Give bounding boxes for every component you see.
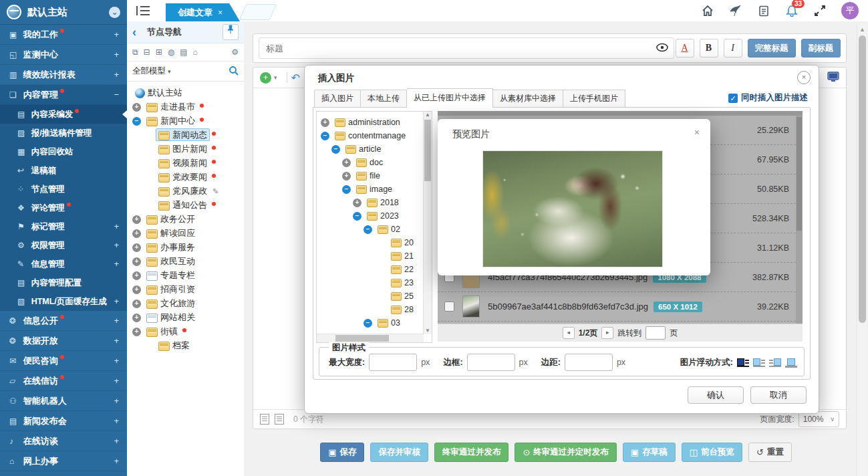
tab-create-article[interactable]: 创建文章×	[166, 3, 240, 21]
tree-expander[interactable]: +	[132, 285, 141, 294]
jump-page-input[interactable]	[645, 326, 666, 340]
tree-node[interactable]: +政民互动✎	[132, 254, 244, 268]
sidebar-item[interactable]: ✎ 信息管理 +	[0, 255, 127, 273]
tree-expander[interactable]: +	[132, 229, 141, 238]
tree-expander[interactable]: −	[353, 212, 361, 221]
border-input[interactable]	[467, 354, 515, 371]
tree-expander[interactable]	[377, 265, 386, 274]
tree-node[interactable]: +网站相关✎	[132, 310, 244, 324]
tree-expander[interactable]	[144, 131, 153, 140]
float-right-icon[interactable]	[769, 358, 781, 368]
folder-tree-node[interactable]: 23	[318, 276, 430, 289]
folder-tree-node[interactable]: −image	[318, 183, 430, 196]
tree-expander[interactable]	[377, 306, 386, 314]
footer-action-button[interactable]: ↺重置	[748, 443, 792, 462]
tree-expander[interactable]: −	[321, 132, 329, 140]
float-center-icon[interactable]	[785, 358, 797, 368]
footer-action-button[interactable]: ▣保存	[320, 443, 364, 462]
folder-tree-node[interactable]: +doc	[318, 156, 430, 169]
folder-tree-node[interactable]: 20	[318, 236, 430, 249]
tree-scrollbar-vertical[interactable]: ▲ ▼	[423, 112, 432, 334]
sidebar-item[interactable]: ❂ 数据开放 +	[0, 331, 127, 351]
scrollbar-thumb[interactable]	[424, 120, 431, 181]
sidebar-item[interactable]: ▤ 内容管理配置	[0, 273, 127, 292]
insert-description-checkbox[interactable]: ✓ 同时插入图片描述	[728, 92, 808, 104]
sidebar-item[interactable]: ❏ 内容管理 −	[0, 85, 127, 105]
tree-node[interactable]: +街镇✎	[132, 324, 244, 338]
tree-expander[interactable]	[144, 159, 153, 168]
tree-tool-icon[interactable]: ⌂	[193, 47, 198, 57]
tree-expander[interactable]	[144, 173, 153, 182]
scrollbar-thumb[interactable]	[859, 35, 866, 323]
sidebar-item[interactable]: ▱ 在线信访 +	[0, 371, 127, 391]
fullscreen-icon[interactable]	[813, 4, 827, 17]
collapse-panel-icon[interactable]: ‹	[132, 25, 143, 39]
word-count-icon[interactable]	[260, 414, 269, 425]
tree-node[interactable]: +走进县市✎	[132, 100, 244, 114]
tree-expander[interactable]: −	[132, 117, 141, 126]
sidebar-item[interactable]: ❖ 评论管理	[0, 199, 127, 217]
tree-node[interactable]: 新闻动态✎	[132, 128, 244, 142]
tree-node[interactable]: −新闻中心✎	[132, 114, 244, 128]
tree-expander[interactable]: +	[132, 328, 141, 336]
file-checkbox[interactable]	[444, 302, 454, 312]
tree-node[interactable]: 默认主站✎	[132, 86, 244, 100]
scrollbar-thumb[interactable]	[335, 335, 389, 342]
sidebar-item[interactable]: ♪ 在线访谈 +	[0, 431, 127, 451]
list-scrollbar-vertical[interactable]	[796, 116, 803, 324]
tab-close-icon[interactable]: ×	[218, 8, 223, 17]
tree-node[interactable]: 档案✎	[132, 338, 244, 352]
bold-button[interactable]: B	[700, 39, 718, 57]
footer-action-button[interactable]: ⊙终审通过并定时发布	[515, 443, 616, 462]
folder-tree-node[interactable]: −article	[318, 142, 430, 156]
dialog-tab[interactable]: 本地上传	[361, 90, 407, 108]
tree-expander[interactable]	[144, 187, 153, 196]
tree-expander[interactable]: +	[342, 158, 351, 167]
sidebar-item[interactable]: ▣ 我的工作 +	[0, 25, 127, 45]
tree-node[interactable]: +专题专栏✎	[132, 268, 244, 282]
tree-node[interactable]: +解读回应✎	[132, 226, 244, 240]
sidebar-item[interactable]: ❂ 信息公开 +	[0, 311, 127, 331]
tree-tool-icon[interactable]: ▤	[180, 47, 187, 57]
prev-page-button[interactable]: ◂	[563, 327, 575, 339]
sidebar-item[interactable]: ◱ 监测中心 +	[0, 45, 127, 65]
monitor-icon[interactable]	[827, 72, 839, 84]
tree-node[interactable]: +办事服务✎	[132, 240, 244, 254]
tree-node[interactable]: +政务公开✎	[132, 212, 244, 226]
scrollbar-vertical[interactable]: ▲	[857, 25, 867, 476]
title-input[interactable]	[259, 37, 674, 59]
dialog-tab[interactable]: 上传手机图片	[563, 90, 625, 108]
tree-expander[interactable]: +	[132, 257, 141, 266]
tree-expander[interactable]	[377, 292, 386, 301]
tree-tool-icon[interactable]: ⊟	[144, 47, 150, 57]
file-row[interactable]: 5b09967ae3af441c8b8b9fd63efd7c3d.jpg 650…	[438, 292, 796, 322]
bell-icon[interactable]: 33	[785, 4, 799, 17]
full-title-button[interactable]: 完整标题	[748, 39, 796, 57]
folder-tree-node[interactable]: −03	[318, 316, 430, 330]
folder-tree-node[interactable]: +2018	[318, 196, 430, 209]
tree-node[interactable]: 图片新闻✎	[132, 142, 244, 156]
undo-icon[interactable]: ↶	[291, 72, 300, 84]
sidebar-item[interactable]: ↩ 退稿箱	[0, 161, 127, 180]
sidebar-item[interactable]: ⌂ 网上办事 +	[0, 451, 127, 471]
layout-icon[interactable]	[275, 414, 284, 425]
tree-expander[interactable]: +	[132, 103, 141, 112]
folder-tree-node[interactable]: +file	[318, 169, 430, 183]
sidebar-item[interactable]: ▨ 报/推送稿件管理	[0, 124, 127, 142]
tree-node[interactable]: 通知公告✎	[132, 198, 244, 212]
tree-expander[interactable]: +	[132, 215, 141, 224]
sidebar-item[interactable]: ▦ 内容回收站	[0, 142, 127, 161]
tree-expander[interactable]	[144, 145, 153, 154]
dialog-tab[interactable]: 插入图片	[314, 90, 361, 108]
folder-tree-node[interactable]: 22	[318, 263, 430, 276]
next-page-button[interactable]: ▸	[601, 327, 613, 339]
max-width-input[interactable]	[369, 354, 417, 371]
sidebar-item[interactable]: ▤ 内容采编发	[0, 105, 127, 124]
sidebar-item[interactable]: ⚙ 权限管理 +	[0, 236, 127, 255]
tree-expander[interactable]: +	[353, 199, 361, 207]
footer-action-button[interactable]: 终审通过并发布	[434, 443, 509, 462]
scroll-down-arrow[interactable]: ▼	[424, 328, 432, 334]
clipboard-icon[interactable]	[757, 4, 770, 17]
search-icon[interactable]	[229, 66, 239, 78]
tree-tool-icon[interactable]: ⧉	[132, 47, 138, 57]
